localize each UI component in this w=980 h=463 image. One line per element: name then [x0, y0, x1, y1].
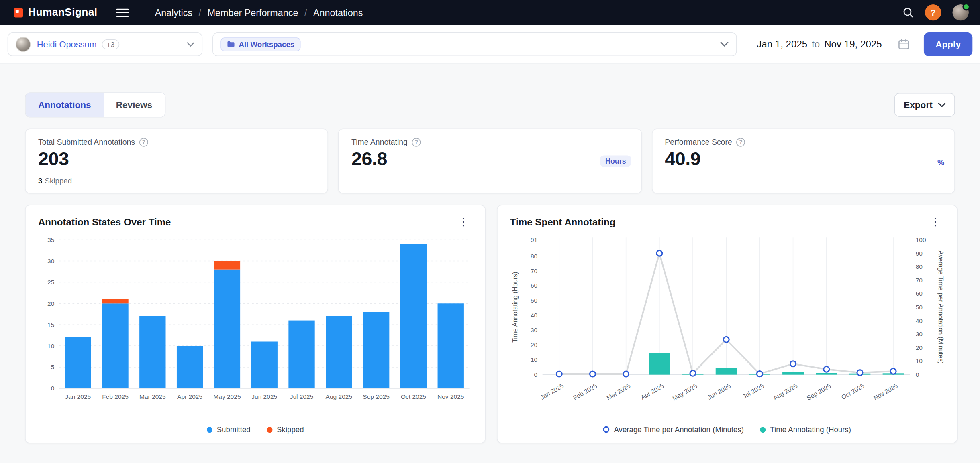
date-to[interactable]: Nov 19, 2025	[824, 39, 882, 50]
line-marker	[590, 371, 595, 377]
stat-value: 203	[38, 148, 315, 170]
svg-text:Mar 2025: Mar 2025	[605, 382, 631, 402]
svg-text:Aug 2025: Aug 2025	[326, 393, 353, 400]
line-marker	[790, 361, 796, 367]
svg-text:May 2025: May 2025	[213, 393, 241, 400]
svg-text:Average Time per Annotation (M: Average Time per Annotation (Minutes)	[937, 250, 944, 364]
search-icon[interactable]	[902, 7, 914, 18]
svg-text:10: 10	[916, 357, 923, 364]
breadcrumb-member-performance[interactable]: Member Performance	[208, 7, 298, 18]
svg-text:Mar 2025: Mar 2025	[139, 393, 166, 400]
skipped-bar	[214, 261, 240, 269]
chart-title: Annotation States Over Time	[38, 216, 171, 227]
member-name: Heidi Opossum	[37, 39, 97, 49]
info-icon[interactable]: ?	[412, 138, 421, 147]
chevron-down-icon	[938, 102, 946, 107]
line-marker	[556, 371, 562, 377]
tab-annotations[interactable]: Annotations	[26, 93, 104, 117]
svg-text:30: 30	[47, 258, 55, 264]
stat-value: 26.8	[351, 148, 629, 170]
stat-card-performance-score: Performance Score ? 40.9 %	[651, 129, 955, 194]
line-marker	[890, 368, 896, 374]
svg-text:10: 10	[47, 343, 55, 349]
submitted-bar	[251, 341, 278, 388]
svg-text:0: 0	[51, 385, 55, 392]
date-from[interactable]: Jan 1, 2025	[757, 39, 807, 50]
tab-group: Annotations Reviews	[25, 92, 165, 117]
hours-bar	[649, 353, 670, 375]
submitted-bar	[177, 346, 203, 388]
legend-label: Average Time per Annotation (Minutes)	[614, 425, 743, 434]
menu-icon[interactable]	[116, 8, 129, 16]
line-marker	[757, 371, 762, 377]
svg-text:35: 35	[47, 236, 54, 243]
svg-text:15: 15	[47, 321, 54, 328]
svg-text:40: 40	[531, 312, 538, 319]
apply-button[interactable]: Apply	[924, 32, 972, 56]
unit-badge: Hours	[600, 155, 631, 167]
line-marker	[723, 337, 729, 342]
submitted-bar	[139, 316, 165, 388]
svg-text:60: 60	[531, 282, 538, 289]
stat-title-text: Total Submitted Annotations	[38, 138, 135, 147]
calendar-icon[interactable]	[894, 37, 914, 51]
line-marker	[657, 250, 662, 256]
skipped-count: 3	[38, 177, 42, 185]
breadcrumb: Analytics / Member Performance / Annotat…	[155, 7, 363, 18]
line-marker	[857, 370, 863, 376]
svg-text:Feb 2025: Feb 2025	[102, 393, 129, 400]
chart-menu-kebab-icon[interactable]: ⋮	[926, 215, 944, 229]
date-separator: to	[812, 39, 820, 50]
svg-text:30: 30	[531, 327, 538, 333]
legend-item: Time Annotating (Hours)	[760, 425, 851, 434]
breadcrumb-current: Annotations	[313, 7, 363, 18]
skipped-bar	[102, 299, 128, 304]
chevron-down-icon	[187, 41, 194, 46]
tabs-row: Annotations Reviews Export	[25, 92, 955, 117]
brand: HumanSignal	[14, 6, 97, 19]
workspace-chip[interactable]: All Workspaces	[220, 37, 300, 51]
workspace-select[interactable]: All Workspaces	[212, 32, 737, 56]
svg-text:60: 60	[916, 290, 923, 297]
member-extra-count-badge: +3	[102, 39, 119, 49]
svg-text:10: 10	[531, 356, 538, 363]
export-button[interactable]: Export	[894, 93, 955, 117]
filter-bar: Heidi Opossum +3 All Workspaces Jan 1, 2…	[0, 25, 980, 63]
svg-text:70: 70	[916, 277, 923, 284]
folder-icon	[227, 41, 235, 47]
chart-legend: SubmittedSkipped	[38, 421, 472, 437]
svg-text:Jul 2025: Jul 2025	[290, 393, 314, 400]
svg-text:Jun 2025: Jun 2025	[706, 382, 732, 401]
breadcrumb-analytics[interactable]: Analytics	[155, 7, 192, 18]
user-avatar[interactable]	[952, 4, 968, 20]
line-marker	[690, 370, 696, 376]
info-icon[interactable]: ?	[139, 138, 148, 147]
stat-title-text: Time Annotating	[351, 138, 408, 147]
stat-title: Performance Score ?	[665, 138, 942, 147]
svg-text:Oct 2025: Oct 2025	[401, 393, 426, 400]
tab-reviews[interactable]: Reviews	[104, 93, 165, 117]
submitted-bar	[400, 244, 427, 388]
help-icon[interactable]: ?	[925, 4, 941, 20]
stat-title: Time Annotating ?	[351, 138, 629, 147]
svg-text:0: 0	[534, 371, 538, 378]
svg-text:Aug 2025: Aug 2025	[772, 382, 798, 402]
export-label: Export	[904, 100, 932, 110]
online-status-dot	[962, 3, 970, 11]
svg-text:70: 70	[531, 268, 538, 274]
date-range[interactable]: Jan 1, 2025 to Nov 19, 2025	[747, 37, 914, 51]
main-content: Annotations Reviews Export Total Submitt…	[0, 64, 980, 443]
svg-text:Apr 2025: Apr 2025	[640, 382, 665, 401]
stat-card-time-annotating: Time Annotating ? 26.8 Hours	[338, 129, 641, 194]
member-select[interactable]: Heidi Opossum +3	[8, 32, 203, 56]
stat-card-total-submitted: Total Submitted Annotations ? 203 3Skipp…	[25, 129, 328, 194]
info-icon[interactable]: ?	[737, 138, 745, 147]
chart-header: Annotation States Over Time ⋮	[38, 215, 472, 229]
chart-menu-kebab-icon[interactable]: ⋮	[454, 215, 472, 229]
submitted-bar	[214, 270, 240, 388]
svg-text:100: 100	[916, 236, 926, 243]
stat-title-text: Performance Score	[665, 138, 732, 147]
legend-ring-marker	[603, 426, 610, 433]
svg-text:0: 0	[916, 371, 919, 378]
svg-text:Oct 2025: Oct 2025	[840, 382, 866, 401]
